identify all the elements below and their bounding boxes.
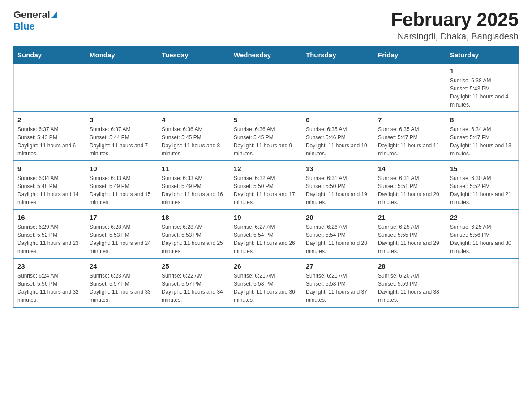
day-info: Sunrise: 6:27 AM Sunset: 5:54 PM Dayligh… xyxy=(234,223,298,255)
day-number: 13 xyxy=(306,165,370,172)
day-number: 28 xyxy=(378,262,442,270)
month-title: February 2025 xyxy=(391,9,519,30)
calendar-cell xyxy=(14,64,86,112)
day-header-friday: Friday xyxy=(374,47,446,64)
calendar-cell: 3Sunrise: 6:37 AM Sunset: 5:44 PM Daylig… xyxy=(86,112,158,161)
day-number: 12 xyxy=(234,165,298,172)
calendar-cell: 13Sunrise: 6:31 AM Sunset: 5:50 PM Dayli… xyxy=(302,161,374,210)
calendar-cell: 12Sunrise: 6:32 AM Sunset: 5:50 PM Dayli… xyxy=(230,161,302,210)
day-info: Sunrise: 6:20 AM Sunset: 5:59 PM Dayligh… xyxy=(378,272,442,304)
day-number: 23 xyxy=(17,262,82,270)
day-info: Sunrise: 6:38 AM Sunset: 5:43 PM Dayligh… xyxy=(450,77,515,109)
day-number: 14 xyxy=(378,165,442,172)
day-header-saturday: Saturday xyxy=(446,47,519,64)
logo-blue-text: Blue xyxy=(13,21,35,32)
calendar-cell: 23Sunrise: 6:24 AM Sunset: 5:56 PM Dayli… xyxy=(14,258,86,307)
logo-triangle-icon xyxy=(51,12,57,18)
day-info: Sunrise: 6:28 AM Sunset: 5:53 PM Dayligh… xyxy=(162,223,226,255)
day-info: Sunrise: 6:35 AM Sunset: 5:47 PM Dayligh… xyxy=(378,125,442,158)
calendar-week-5: 23Sunrise: 6:24 AM Sunset: 5:56 PM Dayli… xyxy=(14,258,519,307)
calendar-cell: 28Sunrise: 6:20 AM Sunset: 5:59 PM Dayli… xyxy=(374,258,446,307)
calendar-week-2: 2Sunrise: 6:37 AM Sunset: 5:43 PM Daylig… xyxy=(14,112,519,161)
calendar-cell: 8Sunrise: 6:34 AM Sunset: 5:47 PM Daylig… xyxy=(446,112,519,161)
calendar-cell: 27Sunrise: 6:21 AM Sunset: 5:58 PM Dayli… xyxy=(302,258,374,307)
day-info: Sunrise: 6:24 AM Sunset: 5:56 PM Dayligh… xyxy=(17,272,82,304)
day-number: 20 xyxy=(306,214,370,221)
day-number: 16 xyxy=(17,214,82,221)
day-info: Sunrise: 6:33 AM Sunset: 5:49 PM Dayligh… xyxy=(90,174,154,206)
day-info: Sunrise: 6:22 AM Sunset: 5:57 PM Dayligh… xyxy=(162,272,226,304)
day-number: 26 xyxy=(234,262,298,270)
day-header-tuesday: Tuesday xyxy=(158,47,230,64)
calendar-cell xyxy=(446,258,519,307)
day-number: 1 xyxy=(450,67,515,75)
calendar-cell: 26Sunrise: 6:21 AM Sunset: 5:58 PM Dayli… xyxy=(230,258,302,307)
calendar-cell: 6Sunrise: 6:35 AM Sunset: 5:46 PM Daylig… xyxy=(302,112,374,161)
day-info: Sunrise: 6:25 AM Sunset: 5:55 PM Dayligh… xyxy=(378,223,442,255)
day-info: Sunrise: 6:21 AM Sunset: 5:58 PM Dayligh… xyxy=(306,272,370,304)
day-number: 27 xyxy=(306,262,370,270)
day-header-sunday: Sunday xyxy=(14,47,86,64)
day-number: 6 xyxy=(306,116,370,124)
calendar-cell: 1Sunrise: 6:38 AM Sunset: 5:43 PM Daylig… xyxy=(446,64,519,112)
calendar-cell: 4Sunrise: 6:36 AM Sunset: 5:45 PM Daylig… xyxy=(158,112,230,161)
calendar-cell: 5Sunrise: 6:36 AM Sunset: 5:45 PM Daylig… xyxy=(230,112,302,161)
day-number: 2 xyxy=(17,116,82,124)
calendar-cell: 18Sunrise: 6:28 AM Sunset: 5:53 PM Dayli… xyxy=(158,210,230,258)
calendar-cell: 20Sunrise: 6:26 AM Sunset: 5:54 PM Dayli… xyxy=(302,210,374,258)
day-info: Sunrise: 6:23 AM Sunset: 5:57 PM Dayligh… xyxy=(90,272,154,304)
day-info: Sunrise: 6:36 AM Sunset: 5:45 PM Dayligh… xyxy=(234,125,298,158)
day-number: 7 xyxy=(378,116,442,124)
calendar-cell: 21Sunrise: 6:25 AM Sunset: 5:55 PM Dayli… xyxy=(374,210,446,258)
calendar-cell xyxy=(302,64,374,112)
day-info: Sunrise: 6:37 AM Sunset: 5:43 PM Dayligh… xyxy=(17,125,82,158)
day-info: Sunrise: 6:31 AM Sunset: 5:50 PM Dayligh… xyxy=(306,174,370,206)
day-info: Sunrise: 6:25 AM Sunset: 5:56 PM Dayligh… xyxy=(450,223,515,255)
calendar-cell xyxy=(86,64,158,112)
day-number: 25 xyxy=(162,262,226,270)
day-number: 21 xyxy=(378,214,442,221)
calendar-table: SundayMondayTuesdayWednesdayThursdayFrid… xyxy=(13,46,519,308)
calendar-cell: 25Sunrise: 6:22 AM Sunset: 5:57 PM Dayli… xyxy=(158,258,230,307)
day-header-wednesday: Wednesday xyxy=(230,47,302,64)
day-info: Sunrise: 6:34 AM Sunset: 5:47 PM Dayligh… xyxy=(450,125,515,158)
calendar-cell: 14Sunrise: 6:31 AM Sunset: 5:51 PM Dayli… xyxy=(374,161,446,210)
day-info: Sunrise: 6:28 AM Sunset: 5:53 PM Dayligh… xyxy=(90,223,154,255)
day-info: Sunrise: 6:37 AM Sunset: 5:44 PM Dayligh… xyxy=(90,125,154,158)
day-info: Sunrise: 6:21 AM Sunset: 5:58 PM Dayligh… xyxy=(234,272,298,304)
page-header: General Blue February 2025 Narsingdi, Dh… xyxy=(13,9,519,42)
calendar-cell: 7Sunrise: 6:35 AM Sunset: 5:47 PM Daylig… xyxy=(374,112,446,161)
day-info: Sunrise: 6:35 AM Sunset: 5:46 PM Dayligh… xyxy=(306,125,370,158)
day-number: 8 xyxy=(450,116,515,124)
day-info: Sunrise: 6:30 AM Sunset: 5:52 PM Dayligh… xyxy=(450,174,515,206)
day-number: 9 xyxy=(17,165,82,172)
day-number: 17 xyxy=(90,214,154,221)
calendar-cell: 15Sunrise: 6:30 AM Sunset: 5:52 PM Dayli… xyxy=(446,161,519,210)
day-info: Sunrise: 6:31 AM Sunset: 5:51 PM Dayligh… xyxy=(378,174,442,206)
calendar-header-row: SundayMondayTuesdayWednesdayThursdayFrid… xyxy=(14,47,519,64)
calendar-cell: 22Sunrise: 6:25 AM Sunset: 5:56 PM Dayli… xyxy=(446,210,519,258)
day-number: 4 xyxy=(162,116,226,124)
day-number: 22 xyxy=(450,214,515,221)
calendar-week-3: 9Sunrise: 6:34 AM Sunset: 5:48 PM Daylig… xyxy=(14,161,519,210)
calendar-cell: 16Sunrise: 6:29 AM Sunset: 5:52 PM Dayli… xyxy=(14,210,86,258)
day-info: Sunrise: 6:34 AM Sunset: 5:48 PM Dayligh… xyxy=(17,174,82,206)
calendar-week-1: 1Sunrise: 6:38 AM Sunset: 5:43 PM Daylig… xyxy=(14,64,519,112)
calendar-cell: 9Sunrise: 6:34 AM Sunset: 5:48 PM Daylig… xyxy=(14,161,86,210)
day-number: 24 xyxy=(90,262,154,270)
day-number: 3 xyxy=(90,116,154,124)
day-number: 19 xyxy=(234,214,298,221)
calendar-cell: 19Sunrise: 6:27 AM Sunset: 5:54 PM Dayli… xyxy=(230,210,302,258)
day-info: Sunrise: 6:32 AM Sunset: 5:50 PM Dayligh… xyxy=(234,174,298,206)
day-header-thursday: Thursday xyxy=(302,47,374,64)
day-info: Sunrise: 6:26 AM Sunset: 5:54 PM Dayligh… xyxy=(306,223,370,255)
day-info: Sunrise: 6:33 AM Sunset: 5:49 PM Dayligh… xyxy=(162,174,226,206)
calendar-cell xyxy=(230,64,302,112)
logo-general-text: General xyxy=(13,9,50,21)
calendar-week-4: 16Sunrise: 6:29 AM Sunset: 5:52 PM Dayli… xyxy=(14,210,519,258)
location-title: Narsingdi, Dhaka, Bangladesh xyxy=(391,31,519,42)
day-info: Sunrise: 6:29 AM Sunset: 5:52 PM Dayligh… xyxy=(17,223,82,255)
calendar-cell xyxy=(374,64,446,112)
day-number: 10 xyxy=(90,165,154,172)
title-section: February 2025 Narsingdi, Dhaka, Banglade… xyxy=(391,9,519,42)
